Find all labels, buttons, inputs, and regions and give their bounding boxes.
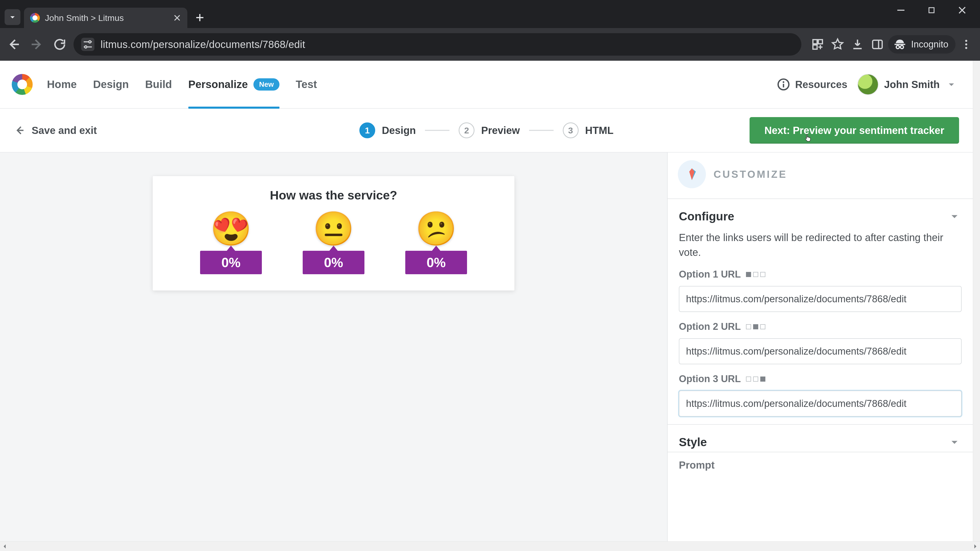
sentiment-card: How was the service? 😍 0% 😐 0% <box>153 176 514 291</box>
step-connector <box>425 130 450 131</box>
step-bar: Save and exit 1 Design 2 Preview 3 HTML … <box>0 109 973 152</box>
svg-point-11 <box>965 47 967 49</box>
field-label: Option 1 URL <box>679 269 741 280</box>
bookmark-button[interactable] <box>829 35 847 54</box>
window-minimize-button[interactable] <box>886 0 916 21</box>
browser-menu-button[interactable] <box>957 35 975 54</box>
incognito-chip[interactable]: Incognito <box>888 35 956 54</box>
nav-forward-button[interactable] <box>27 35 46 54</box>
resources-link[interactable]: Resources <box>776 77 848 92</box>
arrow-left-icon <box>6 37 21 52</box>
nav-test[interactable]: Test <box>296 61 317 108</box>
option-3-url-input[interactable]: https://litmus.com/personalize/documents… <box>679 391 962 416</box>
input-value: https://litmus.com/personalize/documents… <box>686 294 907 305</box>
arrow-left-icon <box>14 124 26 137</box>
window-maximize-button[interactable] <box>916 0 947 21</box>
incognito-label: Incognito <box>911 39 948 50</box>
section-configure: Configure Enter the links users will be … <box>668 198 973 424</box>
next-button[interactable]: Next: Preview your sentiment tracker <box>749 117 959 144</box>
option-2[interactable]: 😐 0% <box>303 212 364 274</box>
step-preview[interactable]: 2 Preview <box>459 122 520 138</box>
step-html[interactable]: 3 HTML <box>563 122 614 138</box>
install-app-button[interactable] <box>808 35 827 54</box>
nav-label: Build <box>145 78 172 91</box>
nav-label: Test <box>296 78 317 91</box>
option-2-url-input[interactable]: https://litmus.com/personalize/documents… <box>679 338 962 364</box>
section-prompt: Prompt <box>668 452 973 471</box>
section-header[interactable]: Configure <box>679 209 962 224</box>
svg-rect-5 <box>813 45 817 49</box>
percent-value: 0% <box>303 251 364 274</box>
sidebar-title: CUSTOMIZE <box>714 168 788 180</box>
user-menu[interactable]: John Smith <box>858 74 958 95</box>
main-area: How was the service? 😍 0% 😐 0% <box>0 152 973 541</box>
percent-bubble: 0% <box>405 251 467 274</box>
new-tab-button[interactable] <box>193 11 207 24</box>
nav-reload-button[interactable] <box>51 35 69 54</box>
nav-build[interactable]: Build <box>145 61 172 108</box>
step-number: 2 <box>459 122 475 138</box>
section-title: Style <box>679 435 707 449</box>
scroll-right-button[interactable] <box>970 541 980 551</box>
reload-icon <box>52 37 67 52</box>
nav-home[interactable]: Home <box>47 61 77 108</box>
active-underline <box>188 106 280 109</box>
browser-tabstrip: John Smith > Litmus <box>0 0 980 28</box>
chevron-down-icon <box>947 209 962 224</box>
nav-design[interactable]: Design <box>93 61 129 108</box>
nav-label: Design <box>93 78 129 91</box>
nav-label: Personalize <box>188 78 248 91</box>
step-label: HTML <box>585 125 614 136</box>
new-badge: New <box>253 78 280 91</box>
nav-back-button[interactable] <box>5 35 23 54</box>
options-row: 😍 0% 😐 0% 😕 0% <box>168 212 499 274</box>
option-indicator <box>746 376 765 382</box>
step-design[interactable]: 1 Design <box>360 122 416 138</box>
step-label: Preview <box>481 125 520 136</box>
site-settings-chip[interactable] <box>81 38 94 51</box>
brand-logo[interactable] <box>12 74 33 95</box>
window-close-button[interactable] <box>947 0 977 21</box>
svg-point-9 <box>965 40 967 42</box>
browser-toolbar: litmus.com/personalize/documents/7868/ed… <box>0 28 980 61</box>
section-title: Configure <box>679 210 734 223</box>
app-topnav: Home Design Build Personalize New Test R… <box>0 61 973 109</box>
field-option-2: Option 2 URL https://litmus.com/personal… <box>679 321 962 364</box>
horizontal-scrollbar[interactable] <box>0 541 980 551</box>
confused-emoji-icon: 😕 <box>415 212 457 245</box>
chevron-down-icon <box>947 435 962 449</box>
save-and-exit-link[interactable]: Save and exit <box>14 124 97 137</box>
sidepanel-button[interactable] <box>868 35 886 54</box>
star-icon <box>830 37 845 52</box>
nav-personalize[interactable]: Personalize New <box>188 61 280 108</box>
step-indicator: 1 Design 2 Preview 3 HTML <box>360 122 614 138</box>
option-1-url-input[interactable]: https://litmus.com/personalize/documents… <box>679 286 962 312</box>
address-bar[interactable]: litmus.com/personalize/documents/7868/ed… <box>73 33 801 56</box>
plus-icon <box>194 11 206 24</box>
heart-eyes-emoji-icon: 😍 <box>210 212 251 245</box>
caret-right-icon <box>970 541 980 551</box>
kebab-icon <box>960 38 972 51</box>
tab-close-button[interactable] <box>172 13 182 23</box>
panel-icon <box>870 37 885 52</box>
arrow-right-icon <box>29 37 45 52</box>
downloads-button[interactable] <box>848 35 867 54</box>
option-3[interactable]: 😕 0% <box>405 212 467 274</box>
vertical-scrollbar[interactable] <box>973 61 980 541</box>
maximize-icon <box>926 5 937 15</box>
tabs-dropdown-button[interactable] <box>5 9 21 25</box>
window-controls <box>886 0 977 28</box>
minimize-icon <box>895 4 907 16</box>
step-number: 3 <box>563 122 579 138</box>
next-button-label: Next: Preview your sentiment tracker <box>764 125 944 136</box>
option-indicator <box>746 272 765 277</box>
section-title: Prompt <box>679 459 714 471</box>
section-header[interactable]: Style <box>679 435 962 449</box>
install-icon <box>811 37 825 52</box>
option-1[interactable]: 😍 0% <box>200 212 262 274</box>
sidebar: CUSTOMIZE Configure Enter the links user… <box>667 152 973 541</box>
browser-tab[interactable]: John Smith > Litmus <box>24 8 187 28</box>
url-text: litmus.com/personalize/documents/7868/ed… <box>100 39 305 50</box>
scroll-left-button[interactable] <box>0 541 10 551</box>
avatar <box>858 74 878 95</box>
